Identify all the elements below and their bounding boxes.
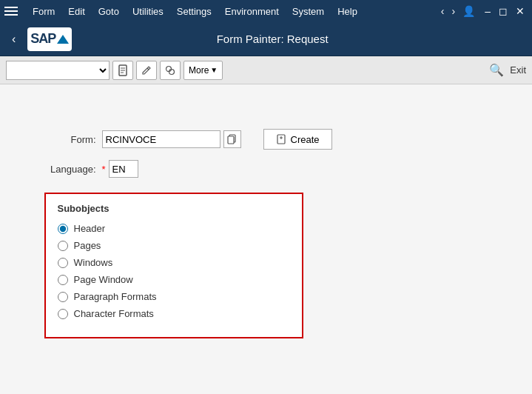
hamburger-menu[interactable] bbox=[4, 3, 21, 19]
copy-btn[interactable] bbox=[223, 130, 241, 148]
menu-goto[interactable]: Goto bbox=[92, 4, 125, 19]
svg-rect-8 bbox=[228, 136, 234, 144]
radio-page-window-input[interactable] bbox=[58, 275, 68, 285]
menu-environment[interactable]: Environment bbox=[219, 4, 285, 19]
form-area: Form: Create bbox=[30, 107, 502, 338]
svg-line-4 bbox=[147, 68, 149, 70]
language-row: Language: * bbox=[44, 160, 138, 178]
more-chevron-icon: ▼ bbox=[210, 66, 218, 74]
radio-page-window-label[interactable]: Page Window bbox=[74, 274, 133, 285]
radio-windows-label[interactable]: Windows bbox=[74, 257, 113, 268]
window-controls: – ◻ ✕ bbox=[482, 5, 528, 17]
create-label: Create bbox=[291, 134, 320, 145]
page-title: Form Painter: Request bbox=[79, 33, 465, 45]
radio-pages-label[interactable]: Pages bbox=[74, 240, 101, 251]
radio-character-formats[interactable]: Character Formats bbox=[58, 308, 287, 319]
radio-header-input[interactable] bbox=[58, 224, 68, 234]
profile-icon[interactable]: 👤 bbox=[460, 5, 477, 17]
subobjects-title: Subobjects bbox=[58, 203, 287, 214]
radio-paragraph-formats[interactable]: Paragraph Formats bbox=[58, 291, 287, 302]
radio-pages-input[interactable] bbox=[58, 241, 68, 251]
create-button[interactable]: Create bbox=[263, 129, 332, 150]
form-fields: Form: Create bbox=[44, 129, 488, 338]
form-row: Form: Create bbox=[44, 129, 332, 150]
filter-btn[interactable] bbox=[160, 61, 181, 80]
radio-pages[interactable]: Pages bbox=[58, 240, 287, 251]
restore-btn[interactable]: ◻ bbox=[496, 5, 511, 17]
menu-system[interactable]: System bbox=[286, 4, 330, 19]
next-arrow[interactable]: › bbox=[450, 5, 458, 17]
svg-point-5 bbox=[166, 66, 172, 71]
back-button[interactable]: ‹ bbox=[7, 31, 20, 47]
prev-arrow[interactable]: ‹ bbox=[439, 5, 447, 17]
menu-form[interactable]: Form bbox=[27, 4, 61, 19]
radio-header[interactable]: Header bbox=[58, 223, 287, 234]
form-input[interactable] bbox=[102, 130, 220, 148]
radio-header-label[interactable]: Header bbox=[74, 223, 106, 234]
radio-character-formats-label[interactable]: Character Formats bbox=[74, 308, 154, 319]
menu-edit[interactable]: Edit bbox=[62, 4, 90, 19]
main-content: Form: Create bbox=[0, 84, 532, 394]
menubar: Form Edit Goto Utilities Settings Enviro… bbox=[0, 0, 532, 22]
more-menu[interactable]: More ▼ bbox=[183, 61, 223, 80]
radio-windows-input[interactable] bbox=[58, 258, 68, 268]
language-input[interactable] bbox=[109, 160, 138, 178]
sap-logo: SAP bbox=[27, 27, 72, 51]
toolbar-select[interactable] bbox=[6, 61, 110, 80]
menu-utilities[interactable]: Utilities bbox=[127, 4, 169, 19]
exit-button[interactable]: Exit bbox=[510, 64, 526, 76]
nav-arrows: ‹ › 👤 bbox=[439, 5, 477, 17]
sap-logo-text: SAP bbox=[30, 31, 55, 47]
subobjects-box: Subobjects Header Pages Windows bbox=[44, 193, 303, 338]
toolbar: More ▼ 🔍 Exit bbox=[0, 56, 532, 84]
toolbar-right: 🔍 Exit bbox=[489, 63, 526, 77]
menu-help[interactable]: Help bbox=[331, 4, 363, 19]
radio-windows[interactable]: Windows bbox=[58, 257, 287, 268]
search-icon[interactable]: 🔍 bbox=[489, 63, 504, 77]
radio-paragraph-formats-label[interactable]: Paragraph Formats bbox=[74, 291, 157, 302]
minimize-btn[interactable]: – bbox=[482, 5, 494, 17]
radio-page-window[interactable]: Page Window bbox=[58, 274, 287, 285]
close-btn[interactable]: ✕ bbox=[513, 5, 528, 17]
sap-logo-triangle bbox=[57, 35, 69, 44]
menu-settings[interactable]: Settings bbox=[171, 4, 218, 19]
new-document-btn[interactable] bbox=[112, 61, 133, 80]
svg-point-6 bbox=[169, 69, 175, 74]
form-label: Form: bbox=[44, 134, 96, 145]
titlebar: ‹ SAP Form Painter: Request bbox=[0, 22, 532, 56]
language-label: Language: bbox=[44, 164, 96, 175]
required-star: * bbox=[102, 164, 106, 175]
edit-btn[interactable] bbox=[136, 61, 157, 80]
radio-character-formats-input[interactable] bbox=[58, 309, 68, 319]
more-label: More bbox=[189, 65, 209, 76]
radio-paragraph-formats-input[interactable] bbox=[58, 292, 68, 302]
